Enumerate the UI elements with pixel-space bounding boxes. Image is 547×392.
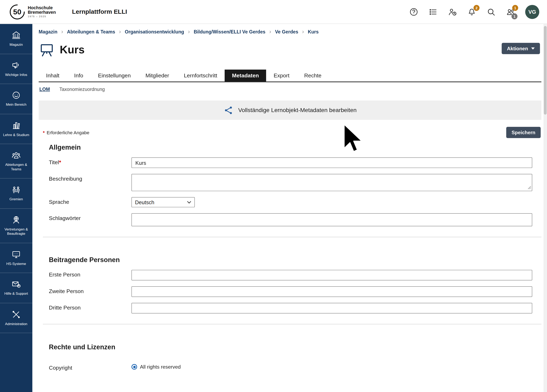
mail-help-icon: ? [12,280,21,289]
viewport: 50 Hochschule Bremerhaven 1975 – 2025 Le… [0,0,547,392]
tab-inhalt[interactable]: Inhalt [39,70,67,81]
section-heading-rechte-lizenzen: Rechte und Lizenzen [39,343,541,351]
resize-grip-icon[interactable] [528,186,531,189]
breadcrumb-link-organisationsentwicklung[interactable]: Organisationsentwicklung [125,29,184,34]
logo-name-line1: Hochschule [28,6,56,10]
titel-label: Titel* [49,157,131,165]
users-icon [12,151,21,160]
sidebar-item-hilfe-support[interactable]: ? Hilfe & Support [0,273,33,303]
form-row-titel: Titel* [39,157,541,168]
hochschule-bremerhaven-logo[interactable]: 50 Hochschule Bremerhaven 1975 – 2025 [9,4,56,20]
form-row-zweite-person: Zweite Person [39,286,541,297]
sidebar: Magazin Wichtige Infos [0,24,33,392]
form-row-beschreibung: Beschreibung [39,174,541,191]
help-icon[interactable] [409,7,418,16]
dritte-person-control [131,303,532,313]
sidebar-item-vertretungen-beauftragte[interactable]: Vertretungen & Beauftragte [0,209,33,243]
zweite-person-input[interactable] [131,286,532,297]
subtab-lom[interactable]: LOM [39,87,50,92]
sidebar-item-magazin[interactable]: Magazin [0,24,33,54]
tab-bar: Inhalt Info Einstellungen Mitglieder Ler… [39,70,541,82]
beschreibung-label: Beschreibung [49,174,131,182]
breadcrumb-link-bildung-wissen[interactable]: Bildung/Wissen/ELLI Ve Gerdes [194,29,265,34]
section-heading-beitragende-personen: Beitragende Personen [39,256,541,264]
smiley-icon [12,91,21,100]
course-board-icon [39,42,55,57]
sprache-select-value: Deutsch [135,199,154,205]
sidebar-item-label: Hilfe & Support [4,292,28,296]
sidebar-item-gremien[interactable]: Gremien [0,179,33,209]
notifications-bell-icon[interactable]: 2 [467,7,476,16]
sidebar-item-hs-systeme[interactable]: HS-Systeme [0,243,33,273]
speichern-button[interactable]: Speichern [506,127,541,138]
tools-icon [12,310,21,319]
scrollbar-track[interactable] [544,24,547,392]
content-row: Magazin Wichtige Infos [0,24,547,392]
tab-lernfortschritt[interactable]: Lernfortschritt [177,70,225,81]
edit-full-metadata-label: Vollständige Lernobjekt-Metadaten bearbe… [238,107,356,114]
tab-info[interactable]: Info [67,70,90,81]
tab-export[interactable]: Export [266,70,297,81]
breadcrumb-separator: › [269,29,271,34]
task-list-icon[interactable] [429,7,438,16]
app-title[interactable]: Lernplattform ELLI [72,8,127,15]
subtab-taxonomiezuordnung[interactable]: Taxonomiezuordnung [59,87,105,92]
form-row-erste-person: Erste Person [39,270,541,280]
zweite-person-label: Zweite Person [49,286,131,294]
breadcrumb-separator: › [188,29,190,34]
sidebar-item-label: Mein Bereich [6,103,27,107]
contacts-badge: 1 [512,5,518,11]
sidebar-item-label: Magazin [9,42,23,47]
beschreibung-textarea[interactable] [131,174,532,191]
schlagwoerter-control [131,213,532,226]
required-asterisk: * [43,130,45,135]
sprache-select[interactable]: Deutsch [131,197,195,207]
copyright-radio-all-rights-reserved[interactable] [131,364,137,370]
sidebar-item-administration[interactable]: Administration [0,303,33,333]
notifications-badge: 2 [473,5,479,11]
section-divider [43,237,541,237]
main-content: Magazin › Abteilungen & Teams › Organisa… [33,24,544,392]
user-avatar[interactable]: VG [525,5,539,19]
sidebar-item-lehre-studium[interactable]: Lehre & Studium [0,114,33,144]
tab-mitglieder[interactable]: Mitglieder [138,70,177,81]
titel-input[interactable] [131,157,532,168]
tab-einstellungen[interactable]: Einstellungen [90,70,138,81]
sidebar-item-abteilungen-teams[interactable]: Abteilungen & Teams [0,144,33,179]
breadcrumb-link-abteilungen-teams[interactable]: Abteilungen & Teams [67,29,115,34]
breadcrumb-separator: › [302,29,304,34]
breadcrumb-link-ve-gerdes[interactable]: Ve Gerdes [275,29,298,34]
sidebar-item-mein-bereich[interactable]: Mein Bereich [0,84,33,114]
required-asterisk: * [59,159,61,165]
sidebar-item-label: Administration [5,322,27,326]
required-note-text: Erforderliche Angabe [47,130,89,135]
dritte-person-input[interactable] [131,303,532,313]
form-row-schlagwoerter: Schlagwörter [39,213,541,226]
sidebar-item-wichtige-infos[interactable]: Wichtige Infos [0,54,33,84]
books-icon [12,121,21,130]
erste-person-control [131,270,532,280]
top-bar: 50 Hochschule Bremerhaven 1975 – 2025 Le… [0,0,547,24]
edit-full-metadata-banner[interactable]: Vollständige Lernobjekt-Metadaten bearbe… [39,101,541,120]
breadcrumb-link-kurs[interactable]: Kurs [308,29,319,34]
page-title: Kurs [60,43,85,56]
tab-metadaten[interactable]: Metadaten [225,70,266,81]
contacts-icon[interactable]: 1 1 [506,7,515,16]
user-status-icon[interactable] [448,7,457,16]
sprache-label: Sprache [49,197,131,205]
breadcrumb-link-magazin[interactable]: Magazin [39,29,57,34]
scrollbar-thumb[interactable] [544,26,547,115]
committee-icon [12,185,21,194]
schlagwoerter-input[interactable] [131,213,532,226]
aktionen-button[interactable]: Aktionen [502,43,540,54]
erste-person-input[interactable] [131,270,532,280]
logo-50-icon: 50 [9,4,26,20]
search-icon[interactable] [487,7,496,16]
svg-text:?: ? [18,285,20,287]
dritte-person-label: Dritte Person [49,303,131,311]
breadcrumb: Magazin › Abteilungen & Teams › Organisa… [39,29,541,34]
tab-rechte[interactable]: Rechte [297,70,329,81]
contacts-badge-secondary: 1 [512,13,517,19]
megaphone-icon [12,61,21,70]
save-row: * Erforderliche Angabe Speichern [39,127,541,138]
